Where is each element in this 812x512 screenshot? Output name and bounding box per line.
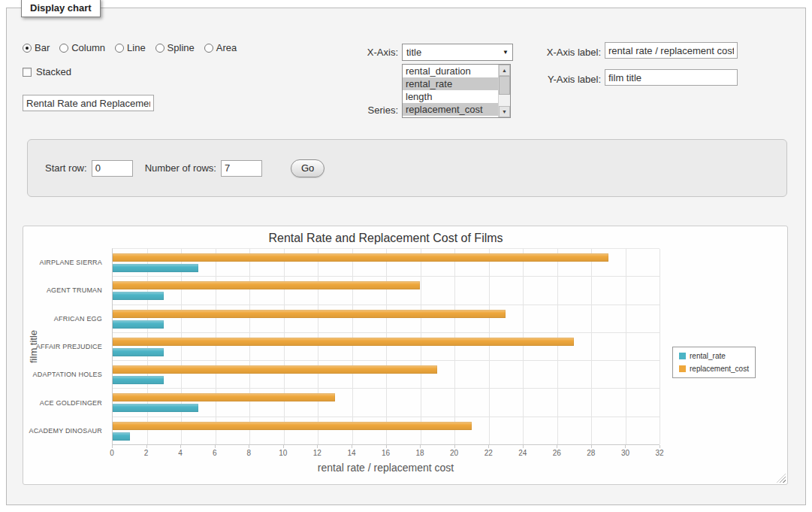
x-tick-label: 20	[450, 449, 458, 457]
x-tick-label: 8	[246, 449, 251, 457]
bar-replacement_cost	[113, 365, 437, 374]
series-option-replacement_cost[interactable]: replacement_cost	[403, 103, 498, 116]
tick-mark	[523, 445, 524, 448]
tick-mark	[591, 445, 592, 448]
x-tick-label: 26	[553, 449, 561, 457]
bar-replacement_cost	[113, 422, 472, 430]
tick-mark	[215, 445, 216, 448]
x-axis-label-input[interactable]	[605, 42, 738, 59]
bar-replacement_cost	[113, 281, 420, 289]
category-label: ACE GOLDFINGER	[23, 389, 107, 417]
chart-legend: rental_ratereplacement_cost	[672, 347, 756, 378]
bar-rental_rate	[113, 376, 164, 384]
series-listbox-label: Series:	[7, 105, 398, 116]
category-band	[113, 417, 660, 444]
legend-swatch	[679, 353, 686, 359]
start-row-label: Start row:	[45, 162, 87, 174]
series-options: rental_durationrental_ratelengthreplacem…	[403, 65, 498, 117]
bar-replacement_cost	[113, 393, 335, 401]
category-band	[113, 277, 660, 304]
category-band	[113, 305, 660, 333]
category-label: AIRPLANE SIERRA	[23, 248, 107, 276]
series-listbox[interactable]: rental_durationrental_ratelengthreplacem…	[402, 64, 511, 118]
chart-panel: Rental Rate and Replacement Cost of Film…	[23, 226, 788, 485]
scroll-down-icon[interactable]: ▼	[499, 106, 510, 117]
number-of-rows-label: Number of rows:	[145, 162, 216, 174]
category-label: AFFAIR PREJUDICE	[23, 332, 107, 360]
legend-label: replacement_cost	[690, 365, 749, 373]
bar-rental_rate	[113, 404, 198, 412]
x-axis-title: rental rate / replacement cost	[112, 462, 660, 474]
tick-mark	[112, 445, 113, 448]
category-label: ACADEMY DINOSAUR	[23, 417, 107, 445]
category-band	[113, 249, 660, 277]
go-button[interactable]: Go	[291, 159, 324, 177]
x-tick-label: 6	[213, 449, 217, 457]
tick-mark	[488, 445, 489, 448]
tick-mark	[146, 445, 147, 448]
tick-mark	[386, 445, 387, 448]
category-band	[113, 333, 660, 361]
x-axis-label-label: X-Axis label:	[7, 47, 601, 58]
y-axis-label-input[interactable]	[605, 69, 738, 86]
x-tick-label: 18	[416, 449, 424, 457]
category-label: AGENT TRUMAN	[23, 276, 107, 304]
resize-handle-icon[interactable]	[777, 474, 786, 483]
x-tick-label: 28	[587, 449, 595, 457]
plot-area	[112, 248, 660, 445]
bar-replacement_cost	[113, 310, 506, 318]
tick-mark	[557, 445, 557, 448]
legend-swatch	[679, 365, 686, 372]
category-labels: AIRPLANE SIERRAAGENT TRUMANAFRICAN EGGAF…	[23, 248, 107, 445]
tick-mark	[317, 445, 318, 448]
tick-mark	[352, 445, 352, 448]
rows-panel: Start row: Number of rows: Go	[27, 139, 787, 197]
x-tick-label: 24	[518, 449, 527, 457]
tick-mark	[283, 445, 284, 448]
x-tick-label: 32	[655, 449, 663, 457]
tick-mark	[625, 445, 626, 448]
x-tick-label: 22	[484, 449, 493, 457]
y-axis-label-label: Y-Axis label:	[7, 74, 601, 85]
tick-mark	[660, 445, 660, 448]
legend-item-replacement_cost[interactable]: replacement_cost	[679, 365, 749, 373]
fieldset-legend: Display chart	[21, 0, 101, 17]
x-tick-label: 4	[178, 449, 183, 457]
category-band	[113, 361, 660, 389]
x-tick-label: 12	[313, 449, 321, 457]
bar-rental_rate	[113, 292, 164, 300]
bar-rental_rate	[113, 432, 130, 441]
bar-replacement_cost	[113, 253, 608, 262]
display-chart-fieldset: Display chart BarColumnLineSplineArea St…	[6, 8, 806, 505]
x-tick-label: 14	[347, 449, 355, 457]
category-label: ADAPTATION HOLES	[23, 361, 107, 389]
bar-replacement_cost	[113, 338, 574, 346]
series-scrollbar[interactable]: ▲ ▼	[498, 65, 510, 117]
x-tick-label: 10	[279, 449, 287, 457]
category-label: AFRICAN EGG	[23, 304, 107, 332]
tick-mark	[180, 445, 181, 448]
legend-label: rental_rate	[690, 352, 726, 360]
chart-title: Rental Rate and Replacement Cost of Film…	[112, 232, 660, 245]
series-option-length[interactable]: length	[403, 90, 498, 103]
tick-mark	[454, 445, 455, 448]
x-axis-ticks: 02468101214161820222426283032	[112, 445, 660, 459]
x-tick-label: 0	[110, 449, 114, 457]
number-of-rows-input[interactable]	[221, 160, 262, 177]
x-tick-label: 16	[382, 449, 390, 457]
gridline	[660, 249, 660, 444]
x-tick-label: 2	[144, 449, 149, 457]
category-band	[113, 389, 660, 417]
tick-mark	[249, 445, 249, 448]
tick-mark	[420, 445, 421, 448]
legend-item-rental_rate[interactable]: rental_rate	[679, 352, 749, 360]
x-tick-label: 30	[621, 449, 629, 457]
bar-rental_rate	[113, 348, 164, 356]
start-row-input[interactable]	[92, 160, 133, 177]
bar-rental_rate	[113, 264, 198, 272]
bar-rental_rate	[113, 320, 164, 329]
